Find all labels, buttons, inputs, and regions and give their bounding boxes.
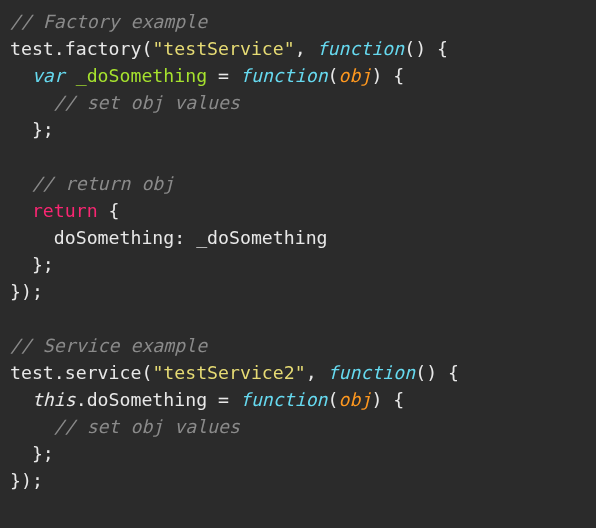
ident: test <box>10 362 54 383</box>
keyword-return: return <box>32 200 98 221</box>
code-line: test.service("testService2", function() … <box>10 362 459 383</box>
code-line: // set obj values <box>10 416 240 437</box>
punct: () { <box>415 362 459 383</box>
method: service <box>65 362 142 383</box>
indent <box>10 200 32 221</box>
param: obj <box>339 65 372 86</box>
indent <box>10 92 54 113</box>
var-decl: _doSomething <box>76 65 207 86</box>
indent <box>10 173 32 194</box>
punct: ) { <box>371 65 404 86</box>
punct: ) { <box>371 389 404 410</box>
punct: = <box>207 65 240 86</box>
string: "testService" <box>152 38 294 59</box>
indent <box>10 65 32 86</box>
code-line: // return obj <box>10 173 174 194</box>
punct: }; <box>10 254 54 275</box>
code-line: test.factory("testService", function() { <box>10 38 448 59</box>
code-line: // Factory example <box>10 11 207 32</box>
punct: }); <box>10 470 43 491</box>
code-line: return { <box>10 200 120 221</box>
punct: ( <box>141 362 152 383</box>
keyword-function: function <box>328 362 416 383</box>
keyword-this: this <box>32 389 76 410</box>
indent <box>10 416 54 437</box>
code-line: }); <box>10 470 43 491</box>
punct: , <box>306 362 328 383</box>
comment: // Service example <box>10 335 207 356</box>
keyword-function: function <box>240 389 328 410</box>
code-line: this.doSomething = function(obj) { <box>10 389 404 410</box>
comment: // Factory example <box>10 11 207 32</box>
punct: }); <box>10 281 43 302</box>
punct: }; <box>10 443 54 464</box>
indent <box>10 389 32 410</box>
punct: ( <box>141 38 152 59</box>
method: factory <box>65 38 142 59</box>
punct: }; <box>10 119 54 140</box>
keyword-function: function <box>240 65 328 86</box>
comment: // return obj <box>32 173 174 194</box>
code-line: }; <box>10 119 54 140</box>
code-line: }; <box>10 254 54 275</box>
code-block: // Factory example test.factory("testSer… <box>0 0 596 502</box>
keyword-function: function <box>317 38 405 59</box>
code: doSomething: _doSomething <box>10 227 328 248</box>
punct: () { <box>404 38 448 59</box>
space <box>65 65 76 86</box>
code-line: doSomething: _doSomething <box>10 227 328 248</box>
code-line: var _doSomething = function(obj) { <box>10 65 404 86</box>
param: obj <box>339 389 372 410</box>
punct: ( <box>328 65 339 86</box>
punct: . <box>54 362 65 383</box>
comment: // set obj values <box>54 416 240 437</box>
code-line: }); <box>10 281 43 302</box>
code-line: }; <box>10 443 54 464</box>
punct: , <box>295 38 317 59</box>
punct: ( <box>328 389 339 410</box>
punct: . <box>54 38 65 59</box>
code-line: // set obj values <box>10 92 240 113</box>
ident: test <box>10 38 54 59</box>
comment: // set obj values <box>54 92 240 113</box>
code-line: // Service example <box>10 335 207 356</box>
keyword-var: var <box>32 65 65 86</box>
punct: { <box>98 200 120 221</box>
punct: .doSomething = <box>76 389 240 410</box>
string: "testService2" <box>152 362 305 383</box>
